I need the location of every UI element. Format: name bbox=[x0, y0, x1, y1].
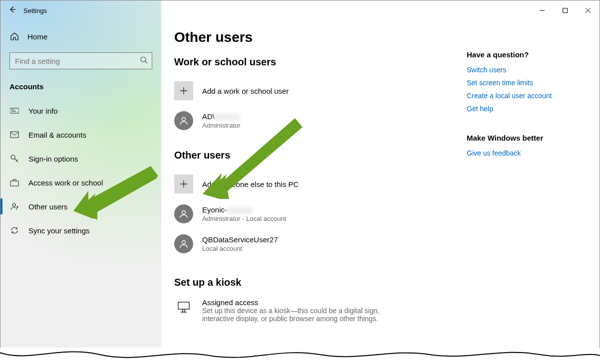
add-work-user-label: Add a work or school user bbox=[202, 87, 289, 95]
improve-heading: Make Windows better bbox=[467, 134, 587, 142]
svg-rect-9 bbox=[10, 181, 18, 186]
briefcase-icon bbox=[9, 179, 19, 186]
other-user-role: Administrator - Local account bbox=[202, 215, 286, 222]
user-avatar-icon bbox=[174, 234, 193, 253]
svg-rect-4 bbox=[10, 108, 19, 113]
svg-rect-14 bbox=[178, 302, 189, 309]
help-link-get-help[interactable]: Get help bbox=[467, 105, 587, 113]
svg-point-11 bbox=[182, 118, 186, 121]
svg-point-13 bbox=[182, 241, 186, 244]
svg-point-12 bbox=[182, 211, 186, 214]
assigned-access-button[interactable]: Assigned access Set up this device as a … bbox=[174, 296, 447, 326]
sidebar-item-sync[interactable]: Sync your settings bbox=[0, 218, 161, 242]
titlebar: Settings bbox=[0, 0, 600, 20]
settings-window: Settings Home bbox=[0, 0, 600, 364]
home-icon bbox=[9, 32, 19, 41]
sidebar: Home Accounts Your info Em bbox=[0, 0, 161, 364]
plus-icon bbox=[174, 81, 193, 100]
sidebar-item-label: Your info bbox=[28, 107, 58, 115]
search-box[interactable] bbox=[9, 52, 152, 69]
other-user-row[interactable]: QBDataServiceUser27 Local account bbox=[174, 229, 447, 259]
sidebar-item-label: Sign-in options bbox=[28, 155, 78, 163]
svg-line-3 bbox=[145, 61, 147, 63]
sidebar-item-other-users[interactable]: Other users bbox=[0, 194, 161, 218]
svg-rect-1 bbox=[563, 8, 568, 13]
help-panel: Have a question? Switch users Set screen… bbox=[467, 29, 587, 364]
svg-point-10 bbox=[12, 203, 15, 206]
window-controls bbox=[531, 2, 600, 18]
user-avatar-icon bbox=[174, 204, 193, 223]
kiosk-icon bbox=[174, 298, 193, 314]
kiosk-title: Assigned access bbox=[202, 298, 412, 307]
add-other-user-label: Add someone else to this PC bbox=[202, 180, 299, 188]
sync-icon bbox=[9, 226, 19, 235]
home-button[interactable]: Home bbox=[0, 24, 161, 48]
work-users-heading: Work or school users bbox=[174, 56, 447, 68]
search-input[interactable] bbox=[10, 53, 152, 69]
add-work-user-button[interactable]: Add a work or school user bbox=[174, 76, 447, 106]
sidebar-item-label: Access work or school bbox=[28, 179, 103, 187]
user-info-icon bbox=[9, 107, 19, 114]
home-label: Home bbox=[27, 32, 47, 41]
plus-icon bbox=[174, 175, 193, 193]
sidebar-item-email[interactable]: Email & accounts bbox=[0, 123, 161, 147]
sidebar-item-work[interactable]: Access work or school bbox=[0, 171, 161, 194]
sidebar-item-signin[interactable]: Sign-in options bbox=[0, 147, 161, 171]
other-users-icon bbox=[9, 202, 19, 211]
redacted-text bbox=[215, 114, 240, 121]
help-link-create-local[interactable]: Create a local user account bbox=[467, 92, 587, 100]
work-user-name: AD\ bbox=[202, 112, 241, 121]
window-title: Settings bbox=[23, 7, 47, 14]
svg-point-8 bbox=[11, 155, 15, 159]
other-user-row[interactable]: Eyonic- Administrator - Local account bbox=[174, 199, 447, 229]
sidebar-item-label: Email & accounts bbox=[28, 131, 86, 139]
work-user-role: Administrator bbox=[202, 122, 241, 129]
sidebar-section-header: Accounts bbox=[0, 75, 161, 96]
search-icon bbox=[140, 56, 148, 66]
other-user-name: Eyonic- bbox=[202, 205, 286, 214]
help-link-switch-users[interactable]: Switch users bbox=[467, 66, 587, 74]
work-user-row[interactable]: AD\ Administrator bbox=[174, 106, 447, 136]
help-link-screen-time[interactable]: Set screen time limits bbox=[467, 79, 587, 87]
close-button[interactable] bbox=[577, 2, 600, 18]
kiosk-desc: Set up this device as a kiosk—this could… bbox=[202, 307, 412, 323]
feedback-link[interactable]: Give us feedback bbox=[467, 149, 587, 157]
other-user-role: Local account bbox=[202, 245, 278, 252]
question-heading: Have a question? bbox=[467, 50, 587, 59]
user-avatar-icon bbox=[174, 111, 193, 130]
minimize-button[interactable] bbox=[531, 2, 554, 18]
svg-point-2 bbox=[141, 57, 146, 62]
sidebar-nav: Your info Email & accounts Sign-in optio… bbox=[0, 99, 161, 242]
other-users-heading: Other users bbox=[174, 150, 447, 161]
add-other-user-button[interactable]: Add someone else to this PC bbox=[174, 169, 447, 199]
other-user-name: QBDataServiceUser27 bbox=[202, 235, 278, 244]
key-icon bbox=[9, 154, 19, 163]
sidebar-item-label: Other users bbox=[28, 202, 67, 211]
mail-icon bbox=[9, 131, 19, 138]
kiosk-heading: Set up a kiosk bbox=[174, 277, 447, 288]
redacted-text bbox=[227, 207, 252, 214]
svg-rect-7 bbox=[10, 132, 18, 138]
main-content: Other users Work or school users Add a w… bbox=[161, 20, 600, 364]
maximize-button[interactable] bbox=[554, 2, 577, 18]
page-title: Other users bbox=[174, 29, 447, 45]
sidebar-item-your-info[interactable]: Your info bbox=[0, 99, 161, 123]
back-button[interactable] bbox=[8, 5, 16, 15]
sidebar-item-label: Sync your settings bbox=[28, 226, 90, 235]
